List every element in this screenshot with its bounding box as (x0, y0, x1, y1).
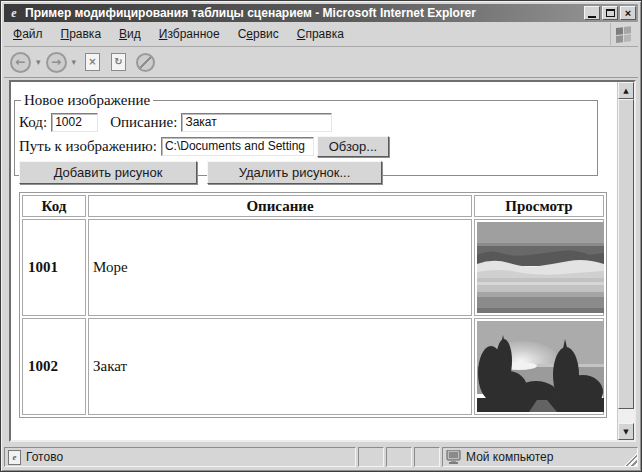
scroll-up-icon: ▲ (623, 87, 628, 95)
status-panel-1 (358, 447, 384, 467)
table-row: 1002 Закат (22, 318, 604, 415)
menu-file[interactable]: Файл (4, 24, 52, 44)
delete-image-button[interactable]: Удалить рисунок... (207, 161, 382, 184)
header-code: Код (22, 195, 86, 217)
stop-icon: × (88, 57, 96, 67)
windows-flag-icon (610, 23, 636, 45)
row1-code: 1001 (22, 219, 86, 316)
page-content-area: Новое изображение Код: Описание: Путь к … (9, 80, 636, 442)
menu-view[interactable]: Вид (110, 24, 150, 44)
code-input[interactable] (51, 113, 98, 132)
back-button[interactable]: ← (10, 52, 31, 73)
maximize-icon (606, 9, 615, 17)
row2-preview-cell (474, 318, 604, 415)
chevron-down-icon: ▾ (72, 57, 77, 67)
header-description: Описание (88, 195, 472, 217)
images-table: Код Описание Просмотр 1001 Море (19, 192, 607, 418)
security-zone-panel: Мой компьютер (442, 447, 638, 467)
scroll-down-icon: ▼ (623, 428, 628, 436)
path-input[interactable] (161, 137, 314, 156)
stop-button[interactable]: × (85, 53, 100, 71)
status-panel-3 (414, 447, 440, 467)
close-icon: × (625, 8, 631, 19)
sea-photo (477, 222, 604, 313)
scrollbar-thumb[interactable] (618, 99, 634, 409)
back-icon: ← (15, 56, 25, 68)
document-status-icon: e (8, 450, 21, 465)
new-image-fieldset: Новое изображение Код: Описание: Путь к … (14, 92, 598, 176)
description-input[interactable] (181, 113, 332, 132)
my-computer-icon (446, 450, 461, 464)
code-desc-row: Код: Описание: (19, 110, 593, 134)
resize-grip[interactable] (624, 453, 637, 466)
table-row: 1001 Море (22, 219, 604, 316)
path-label: Путь к изображению: (19, 138, 157, 155)
code-label: Код: (19, 114, 47, 131)
toolbar: ← ▾ → ▾ × ↻ (4, 47, 638, 78)
row1-description: Море (88, 219, 472, 316)
header-preview: Просмотр (474, 195, 604, 217)
ie-logo-icon: e (7, 6, 21, 20)
menu-help[interactable]: Справка (288, 24, 353, 44)
security-zone-text: Мой компьютер (466, 450, 553, 464)
title-bar[interactable]: e Пример модифицирования таблицы сценари… (4, 4, 638, 22)
document-page: Новое изображение Код: Описание: Путь к … (11, 82, 617, 440)
menu-favorites[interactable]: Избранное (150, 24, 229, 44)
description-label: Описание: (110, 114, 177, 131)
browser-window: e Пример модифицирования таблицы сценари… (0, 0, 642, 472)
table-header-row: Код Описание Просмотр (22, 195, 604, 217)
forward-button[interactable]: → (46, 52, 67, 73)
chevron-down-icon: ▾ (36, 57, 41, 67)
menu-edit[interactable]: Правка (52, 24, 111, 44)
new-image-legend: Новое изображение (21, 92, 153, 109)
add-image-button[interactable]: Добавить рисунок (19, 161, 197, 184)
back-dropdown-button[interactable]: ▾ (34, 57, 43, 67)
forward-icon: → (51, 56, 61, 68)
row1-preview-cell (474, 219, 604, 316)
path-row: Путь к изображению: Обзор... (19, 134, 593, 158)
menu-bar: Файл Правка Вид Избранное Сервис Справка (4, 22, 638, 47)
minimize-icon (588, 16, 596, 18)
minimize-button[interactable] (584, 6, 600, 20)
row2-description: Закат (88, 318, 472, 415)
maximize-button[interactable] (602, 6, 618, 20)
status-panel-2 (386, 447, 412, 467)
home-button[interactable] (136, 53, 155, 72)
sunset-photo (477, 321, 604, 412)
scroll-up-button[interactable]: ▲ (618, 82, 634, 99)
window-title: Пример модифицирования таблицы сценарием… (25, 6, 582, 20)
refresh-button[interactable]: ↻ (111, 53, 126, 71)
forward-dropdown-button[interactable]: ▾ (70, 57, 79, 67)
vertical-scrollbar[interactable]: ▲ ▼ (617, 82, 634, 440)
status-message-panel: e Готово (4, 447, 356, 467)
status-text: Готово (26, 450, 63, 464)
refresh-icon: ↻ (114, 57, 122, 67)
close-button[interactable]: × (620, 6, 636, 20)
browse-button[interactable]: Обзор... (317, 136, 389, 157)
row2-code: 1002 (22, 318, 86, 415)
status-bar: e Готово Мой компьютер (4, 446, 638, 467)
menu-tools[interactable]: Сервис (229, 24, 288, 44)
buttons-row: Добавить рисунок Удалить рисунок... (19, 159, 593, 185)
scroll-down-button[interactable]: ▼ (618, 423, 634, 440)
